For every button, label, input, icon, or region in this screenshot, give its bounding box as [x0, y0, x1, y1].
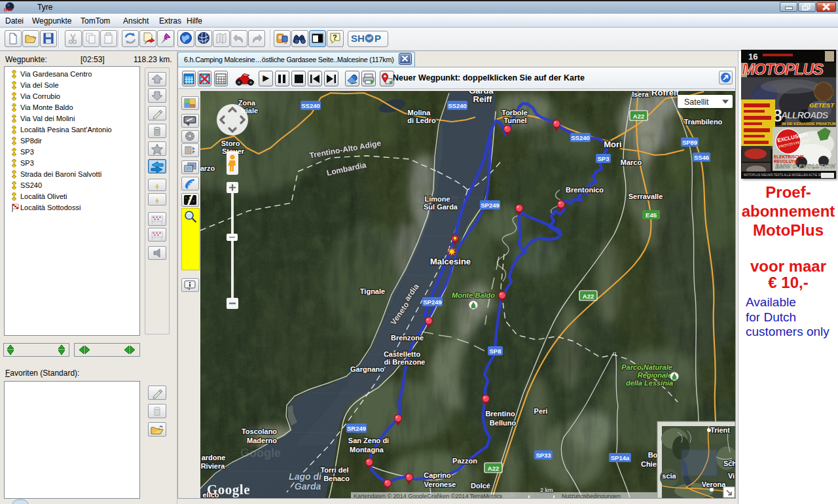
- svg-text:GETEST: GETEST: [809, 101, 835, 109]
- svg-text:SS240: SS240: [571, 134, 590, 141]
- svg-text:Belluno: Belluno: [490, 419, 517, 427]
- svg-text:ELEKTRISCHE: ELEKTRISCHE: [774, 154, 805, 159]
- svg-text:Caprino: Caprino: [424, 471, 451, 479]
- svg-text:SP14a: SP14a: [611, 454, 630, 461]
- svg-text:Reiff: Reiff: [473, 94, 493, 104]
- svg-text:E45: E45: [646, 211, 657, 219]
- svg-text:Torbole: Torbole: [501, 109, 528, 117]
- svg-text:Regionale: Regionale: [638, 371, 672, 379]
- svg-text:Serravalle: Serravalle: [628, 192, 663, 200]
- svg-text:Kartendaten © 2014 GoogleGrafi: Kartendaten © 2014 GoogleGrafiken ©2014 …: [354, 493, 503, 498]
- svg-text:SP8: SP8: [490, 348, 501, 355]
- svg-text:MOTOPLUS NIEUWS TESTS ALLE MOD: MOTOPLUS NIEUWS TESTS ALLE MODELLEN ACTI…: [744, 173, 828, 177]
- svg-text:Trambileno: Trambileno: [684, 118, 723, 126]
- svg-text:della Lessinia: della Lessinia: [626, 379, 673, 387]
- svg-text:Google: Google: [207, 482, 250, 497]
- svg-text:Sch: Sch: [723, 459, 735, 467]
- svg-text:ALLROADS: ALLROADS: [780, 110, 829, 120]
- svg-text:SS240: SS240: [448, 102, 467, 109]
- svg-text:Limone: Limone: [424, 195, 450, 203]
- svg-text:ardone: ardone: [202, 454, 226, 461]
- svg-text:Parco Naturale: Parco Naturale: [621, 363, 672, 371]
- svg-text:Toscolano: Toscolano: [242, 427, 277, 435]
- svg-text:SS240: SS240: [301, 102, 320, 109]
- svg-text:SR249: SR249: [347, 425, 366, 432]
- svg-text:di Brenzone: di Brenzone: [384, 358, 426, 366]
- svg-text:scia: scia: [662, 472, 676, 480]
- svg-text:Verona: Verona: [702, 480, 727, 488]
- svg-text:arzo: arzo: [200, 164, 215, 172]
- svg-text:Vi: Vi: [728, 472, 735, 480]
- svg-text:P: P: [374, 33, 381, 44]
- svg-text:tyre: tyre: [4, 6, 13, 12]
- svg-text:A22: A22: [583, 293, 594, 300]
- svg-text:SP249: SP249: [481, 202, 500, 209]
- svg-text:Molina: Molina: [408, 109, 431, 117]
- svg-text:2 km: 2 km: [540, 487, 553, 494]
- svg-text:Trient: Trient: [710, 426, 730, 434]
- svg-text:Lago di: Lago di: [289, 471, 322, 482]
- svg-text:Riviera: Riviera: [201, 462, 226, 470]
- svg-text:Gargnano: Gargnano: [350, 365, 384, 373]
- svg-text:Rofreit: Rofreit: [651, 91, 680, 98]
- svg-text:IN DE KEIHARDE PRAKTIJK: IN DE KEIHARDE PRAKTIJK: [782, 121, 836, 126]
- svg-text:Bo: Bo: [648, 451, 658, 459]
- svg-text:SP33: SP33: [536, 452, 551, 459]
- svg-text:di Ledro: di Ledro: [407, 117, 436, 124]
- svg-text:SP249: SP249: [423, 298, 442, 306]
- svg-text:San Zeno di: San Zeno di: [348, 437, 389, 444]
- svg-text:Dolcé: Dolcé: [471, 482, 490, 490]
- svg-text:Sul Garda: Sul Garda: [424, 203, 458, 211]
- svg-text:Veronese: Veronese: [424, 480, 456, 488]
- svg-text:Peri: Peri: [534, 407, 548, 415]
- svg-text:Brenzone: Brenzone: [391, 334, 424, 342]
- svg-text:SP89: SP89: [682, 139, 697, 146]
- svg-text:Montagna: Montagna: [350, 446, 384, 454]
- svg-text:Mori: Mori: [604, 139, 621, 149]
- svg-text:A22: A22: [488, 465, 499, 472]
- svg-text:Tignale: Tignale: [360, 287, 385, 295]
- svg-text:Satellit: Satellit: [684, 98, 709, 107]
- svg-text:Castelletto: Castelletto: [384, 350, 421, 358]
- svg-text:Maderno: Maderno: [247, 437, 277, 444]
- svg-text:Storo: Storo: [221, 139, 240, 147]
- svg-text:Benaco: Benaco: [323, 475, 350, 482]
- svg-text:Tunnel: Tunnel: [503, 117, 526, 124]
- svg-text:A22: A22: [633, 113, 644, 120]
- svg-text:Google: Google: [240, 446, 281, 459]
- svg-text:Marco: Marco: [621, 158, 642, 166]
- svg-text:BMW C EVOLUTION: BMW C EVOLUTION: [775, 162, 835, 170]
- svg-text:Monte Baldo: Monte Baldo: [452, 291, 495, 299]
- svg-text:?: ?: [333, 33, 337, 41]
- svg-text:Torri del: Torri del: [320, 466, 348, 474]
- svg-text:Malcesine: Malcesine: [430, 257, 471, 266]
- svg-text:Brentino: Brentino: [485, 410, 515, 418]
- svg-text:SH: SH: [351, 33, 365, 44]
- svg-text:Garda: Garda: [295, 481, 321, 492]
- svg-text:MOTOPLUS: MOTOPLUS: [742, 60, 824, 78]
- svg-text:Brentonico: Brentonico: [566, 186, 604, 194]
- svg-text:Isera: Isera: [632, 91, 649, 98]
- svg-text:Nutzungsbedingungen: Nutzungsbedingungen: [562, 493, 621, 498]
- svg-text:Pazzon: Pazzon: [452, 457, 477, 465]
- svg-text:SP3: SP3: [598, 155, 610, 162]
- svg-text:Zona: Zona: [238, 99, 256, 107]
- svg-text:SS46: SS46: [694, 154, 709, 161]
